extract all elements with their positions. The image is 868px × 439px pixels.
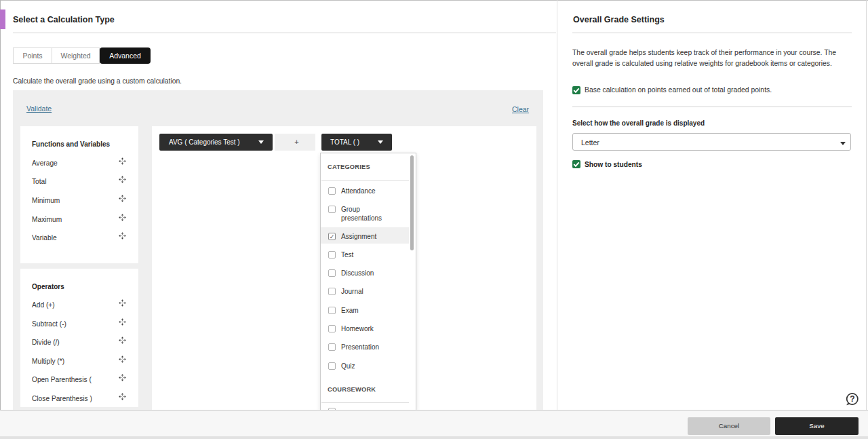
svg-text:?: ? <box>850 394 854 404</box>
